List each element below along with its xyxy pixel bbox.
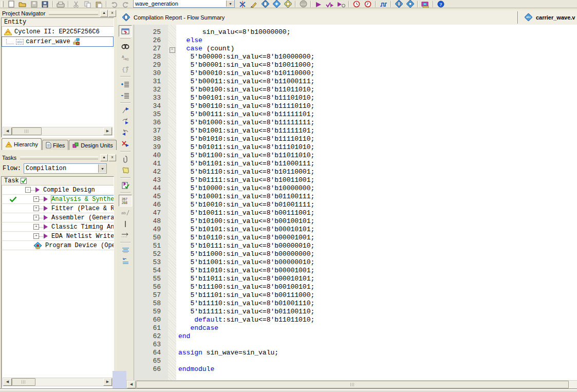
- code-line: 58 5'b11110:sin_valu<=8'b01001110;: [134, 300, 577, 308]
- collapse-icon[interactable]: -: [25, 187, 31, 193]
- open-file-icon[interactable]: [17, 0, 28, 8]
- task-row[interactable]: -Compile Design: [2, 185, 114, 195]
- code-line: 64assign sin_wave=sin_valu;: [134, 349, 577, 357]
- redo-icon[interactable]: [120, 0, 131, 8]
- macro-icon[interactable]: [119, 165, 132, 176]
- shield-diamond-icon[interactable]: [405, 0, 415, 8]
- stop-icon[interactable]: STOP: [298, 0, 308, 8]
- comment-icon[interactable]: ab: [119, 207, 132, 218]
- tab-hierarchy[interactable]: Hierarchy: [2, 138, 42, 150]
- panel-close-icon[interactable]: x: [108, 154, 116, 161]
- code-line-text: end: [176, 332, 190, 341]
- column-marker-icon[interactable]: [119, 218, 132, 229]
- panel-close-icon[interactable]: x: [108, 10, 116, 17]
- panel-grip[interactable]: [20, 156, 98, 159]
- code-editor[interactable]: 25 sin_valu<=8'b10000000;26 else27- case…: [134, 25, 577, 380]
- timing-clock-icon[interactable]: [351, 0, 362, 8]
- waveform-icon[interactable]: [378, 0, 388, 8]
- settings-star-icon[interactable]: [237, 0, 248, 8]
- new-document-icon[interactable]: [6, 0, 16, 8]
- insert-template-icon[interactable]: {}: [119, 64, 132, 74]
- fold-cell: [168, 143, 176, 152]
- previous-bookmark-icon[interactable]: [119, 127, 132, 138]
- cut-icon[interactable]: [71, 0, 81, 8]
- task-row[interactable]: +Analysis & Synthes: [2, 195, 114, 204]
- align-icon[interactable]: [119, 245, 132, 255]
- clear-bookmarks-icon[interactable]: [119, 139, 132, 150]
- tab-compilation-report[interactable]: Compilation Report - Flow Summary: [117, 10, 520, 24]
- start-timing-icon[interactable]: [336, 0, 346, 8]
- save-icon[interactable]: [29, 0, 39, 8]
- expand-icon[interactable]: +: [33, 215, 39, 220]
- code-line-text: 5'b10000:sin_valu<=8'b10000000;: [176, 184, 314, 193]
- module-tree-item[interactable]: abc carrier_wave: [2, 36, 114, 47]
- fold-cell: [168, 324, 176, 332]
- expand-icon[interactable]: +: [33, 233, 39, 239]
- panel-minimize-icon[interactable]: ▴: [100, 10, 108, 17]
- panel-minimize-icon[interactable]: ▴: [100, 154, 108, 161]
- decrease-indent-icon[interactable]: [119, 90, 132, 101]
- edit-pencil-icon[interactable]: [249, 0, 259, 8]
- entity-column-header[interactable]: Entity: [2, 18, 114, 27]
- line-numbers-icon[interactable]: 267268: [119, 195, 132, 207]
- yellow-diamond-icon[interactable]: [283, 0, 293, 8]
- report-diamond-icon[interactable]: [260, 0, 270, 8]
- expand-icon[interactable]: +: [33, 196, 39, 202]
- editor-hscrollbar[interactable]: ◀: [126, 380, 577, 389]
- task-row[interactable]: +Assembler (Generat: [2, 213, 114, 222]
- open-in-new-window-icon[interactable]: [119, 25, 132, 37]
- paste-icon[interactable]: [94, 0, 104, 8]
- task-column-header[interactable]: Task: [2, 177, 114, 185]
- timequest-clock-icon[interactable]: [363, 0, 373, 8]
- increase-indent-icon[interactable]: [119, 79, 132, 89]
- combobox-dropdown-icon[interactable]: ▼: [226, 1, 234, 7]
- undo-icon[interactable]: [109, 0, 119, 8]
- help-icon[interactable]: ?: [436, 0, 446, 8]
- navigator-hscrollbar[interactable]: ◀ ▶: [3, 127, 113, 136]
- tasks-hscrollbar[interactable]: ◀ ▶: [3, 378, 113, 386]
- flow-combobox[interactable]: Compilation ▼: [24, 163, 107, 174]
- task-row[interactable]: +Fitter (Place & Ro: [2, 204, 114, 213]
- expand-icon[interactable]: +: [33, 206, 39, 211]
- copy-icon[interactable]: [82, 0, 92, 8]
- task-row[interactable]: Program Device (Open P: [2, 241, 114, 250]
- settings-diamond-icon[interactable]: [271, 0, 282, 8]
- scroll-right-icon[interactable]: ▶: [103, 378, 112, 386]
- code-line: 44 5'b10000:sin_valu<=8'b10000000;: [134, 184, 577, 193]
- analyze-file-icon[interactable]: [119, 180, 132, 191]
- scroll-right-icon[interactable]: ▶: [103, 127, 112, 135]
- toggle-bookmark-icon[interactable]: [119, 105, 132, 116]
- print-icon[interactable]: [55, 0, 66, 8]
- next-bookmark-icon[interactable]: [119, 116, 132, 127]
- scroll-left-icon[interactable]: ◀: [127, 381, 136, 388]
- toolbar-grip[interactable]: [1, 1, 4, 7]
- replace-all-icon[interactable]: [119, 256, 132, 267]
- tab-carrier-wave[interactable]: abc carrier_wave.v: [519, 10, 577, 24]
- scroll-left-icon[interactable]: ◀: [3, 127, 12, 135]
- task-row[interactable]: +EDA Netlist Writer: [2, 232, 114, 241]
- expand-icon[interactable]: +: [33, 224, 39, 230]
- task-row[interactable]: +Classic Timing Anal: [2, 222, 114, 232]
- start-compilation-icon[interactable]: [313, 0, 324, 8]
- toolbar-separator: [52, 1, 53, 7]
- goto-icon[interactable]: [119, 230, 132, 240]
- code-line-text: sin_valu<=8'b10000000;: [176, 28, 290, 36]
- attach-icon[interactable]: [119, 154, 132, 164]
- panel-grip[interactable]: [49, 12, 98, 15]
- scroll-left-icon[interactable]: ◀: [3, 378, 12, 386]
- tasks-title: Tasks: [2, 155, 16, 161]
- tab-design-units[interactable]: Design Units: [69, 140, 116, 150]
- replace-icon[interactable]: AB: [119, 52, 132, 63]
- start-check-icon[interactable]: [325, 0, 335, 8]
- tab-files[interactable]: Files: [42, 140, 68, 150]
- netlist-diamond-icon[interactable]: [394, 0, 404, 8]
- device-tree-item[interactable]: Cyclone II: EP2C5F256C6: [2, 27, 114, 36]
- programmer-icon[interactable]: [420, 0, 431, 8]
- fold-collapse-icon[interactable]: -: [168, 45, 176, 53]
- panel-splitter[interactable]: [113, 371, 126, 388]
- find-icon[interactable]: [119, 41, 132, 52]
- save-all-icon[interactable]: [40, 0, 50, 8]
- module-combobox[interactable]: wave_generation ▼: [133, 0, 235, 8]
- line-number: 43: [134, 176, 168, 184]
- flow-dropdown-icon[interactable]: ▼: [98, 164, 106, 173]
